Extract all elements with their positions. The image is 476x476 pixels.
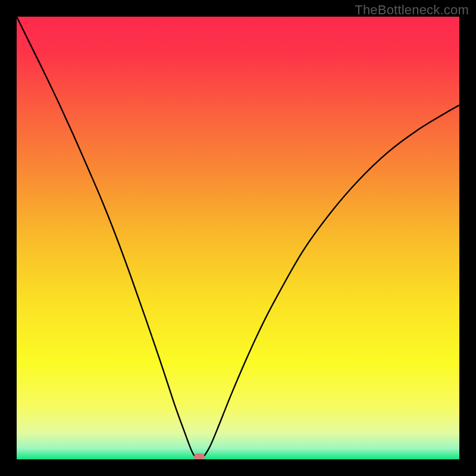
bottleneck-curve [17, 17, 459, 459]
watermark-text: TheBottleneck.com [355, 2, 469, 18]
optimum-marker [194, 453, 205, 459]
plot-area [17, 17, 459, 459]
chart-frame: TheBottleneck.com [0, 0, 476, 476]
